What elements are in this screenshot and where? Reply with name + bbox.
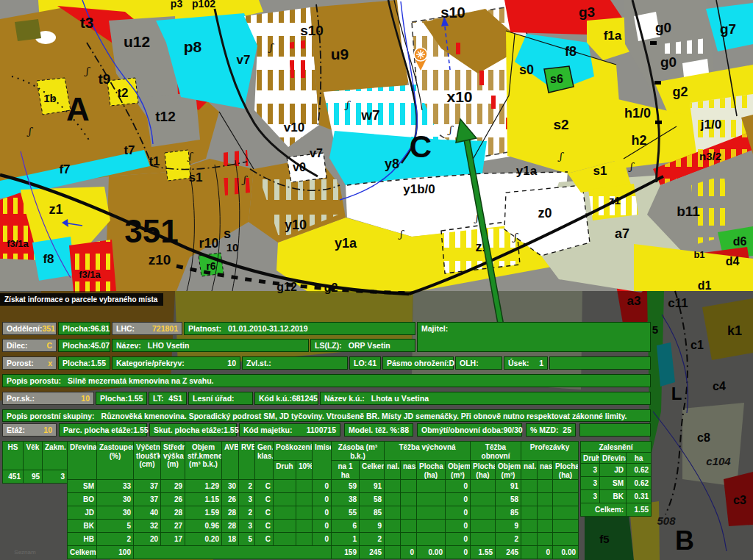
- info-label: LO:: [354, 359, 367, 367]
- species-table: Dřevina Zastoupení (%) Výčetní tloušťka …: [67, 441, 579, 559]
- table-cell: 100: [97, 546, 134, 559]
- table-cell: C: [255, 520, 274, 533]
- table-cell: [401, 480, 417, 493]
- table-cell: 28: [161, 506, 185, 520]
- table-cell: 9: [496, 520, 521, 533]
- tool-tooltip: Získat informace o parcele vybraného mís…: [0, 293, 163, 306]
- table-cell: 2: [239, 480, 255, 493]
- col-header-nal: nal.: [385, 461, 401, 480]
- info-box: LS(LZ):ORP Vsetin: [310, 339, 415, 352]
- table-cell: [538, 520, 553, 533]
- table-cell: 0: [446, 506, 471, 520]
- table-cell: [521, 493, 538, 506]
- table-cell: [471, 506, 496, 520]
- info-label: Lesní úřad:: [193, 394, 235, 403]
- table-cell: [417, 480, 446, 493]
- total-row: Celkem:10015924500.0001.5524500.00: [68, 546, 579, 559]
- info-label: Název k.ú.:: [324, 394, 365, 403]
- info-label: Plocha:: [100, 394, 128, 403]
- table-cell: 159: [332, 546, 360, 559]
- table-cell: [521, 533, 538, 546]
- table-cell: 3: [581, 463, 600, 476]
- table-cell: 1.29: [185, 480, 222, 493]
- info-label: LHC:: [116, 324, 135, 333]
- info-label: Popis porostní skupiny:: [7, 412, 95, 420]
- info-label: Oddělení:: [7, 324, 42, 333]
- table-cell: [296, 520, 313, 533]
- info-label: Popis porostu:: [7, 376, 61, 385]
- info-label: Skut. plocha etáže:: [154, 426, 224, 434]
- table-cell: 0.00: [417, 546, 446, 559]
- table-cell: 2: [360, 533, 385, 546]
- info-value: D: [449, 359, 455, 367]
- table-cell: 0.31: [627, 489, 652, 503]
- table-cell: [538, 533, 553, 546]
- info-box: LO:41: [349, 356, 381, 370]
- table-cell: 245: [496, 546, 521, 559]
- info-label: OLH:: [460, 359, 479, 367]
- table-cell: 5: [239, 533, 255, 546]
- table-cell: [134, 546, 332, 559]
- table-cell: 26: [161, 493, 185, 506]
- table-cell: 0: [446, 533, 471, 546]
- table-cell: [401, 520, 417, 533]
- info-label: LT:: [153, 394, 163, 403]
- table-cell: [385, 493, 401, 506]
- info-box: Platnost:01.01.2010-31.12.2019: [184, 322, 415, 335]
- table-cell: 0: [313, 533, 332, 546]
- col-group-tezba-obnovni: Těžba obnovní: [471, 442, 521, 461]
- table-cell: 0: [538, 546, 553, 559]
- col-group-zalesneni: Zalesnění: [581, 442, 652, 453]
- table-cell: [471, 520, 496, 533]
- species-row: SM3337291.29302C05991091: [68, 480, 579, 493]
- col-header-nal: nal.: [521, 461, 538, 480]
- info-box: Dílec:C: [2, 339, 57, 352]
- info-value: Lhota u Vsetina: [371, 394, 429, 403]
- table-cell: 1.55: [627, 503, 652, 516]
- table-cell: 0: [446, 480, 471, 493]
- table-cell: 0: [401, 546, 417, 559]
- table-cell: 5: [97, 520, 134, 533]
- table-cell: [553, 480, 579, 493]
- info-value: 41: [368, 359, 376, 367]
- info-value: ORP Vsetin: [349, 341, 390, 350]
- col-header-drevina: Dřevina: [68, 442, 97, 480]
- table-cell: 85: [360, 506, 385, 520]
- table-cell: JD: [600, 463, 627, 476]
- parcel-info-panel: Získat informace o parcele vybraného mís…: [0, 0, 753, 560]
- info-value: 10: [227, 359, 236, 367]
- zalesneni-total-row: Celkem:1.55: [581, 503, 652, 516]
- species-row: BO3037261.15263C03858058: [68, 493, 579, 506]
- table-cell: [401, 493, 417, 506]
- col-header-objem: Objem stř.kmene (m³ b.k.): [185, 442, 222, 480]
- col-header-zakm: Zakm.: [43, 442, 68, 470]
- info-box: Obmýtí/obnovní doba:90/30: [417, 423, 522, 437]
- info-value: 88: [400, 426, 409, 434]
- info-value: 96.81: [90, 324, 110, 333]
- col-header-zal-druh: Druh: [581, 453, 600, 464]
- col-header-plocha-ha: Plocha (ha): [553, 461, 579, 480]
- zalesneni-table: Zalesnění Druh Dřevina ha 3JD0.623SM0.62…: [580, 441, 652, 517]
- table-cell: [274, 520, 296, 533]
- table-cell: 3: [43, 470, 68, 484]
- info-value: 90/30: [503, 426, 522, 434]
- info-box: Lesní úřad:: [188, 392, 253, 405]
- col-header-vek: Věk: [24, 442, 43, 470]
- table-cell: C: [255, 533, 274, 546]
- info-label: Dílec:: [7, 341, 28, 350]
- table-cell: 33: [97, 480, 134, 493]
- info-label: Úsek:: [508, 359, 529, 367]
- table-cell: [274, 533, 296, 546]
- table-cell: [521, 506, 538, 520]
- table-cell: 30: [222, 480, 239, 493]
- info-label: Pásmo ohrožení:: [387, 359, 449, 367]
- info-value: 1100715: [307, 426, 336, 434]
- info-box: Popis porostu:Silně mezernatá kmenovina …: [2, 374, 651, 387]
- info-value: 681245: [292, 394, 318, 403]
- info-value: 10: [81, 394, 90, 403]
- info-value: 25: [563, 426, 571, 434]
- info-value: Různověká kmenovina. Sporadický podrost …: [101, 412, 627, 420]
- table-cell: 9: [360, 520, 385, 533]
- hs-table: HS Věk Zakm. 451953: [2, 441, 68, 484]
- col-group-tezba-vychovna: Těžba výchovná: [385, 442, 471, 461]
